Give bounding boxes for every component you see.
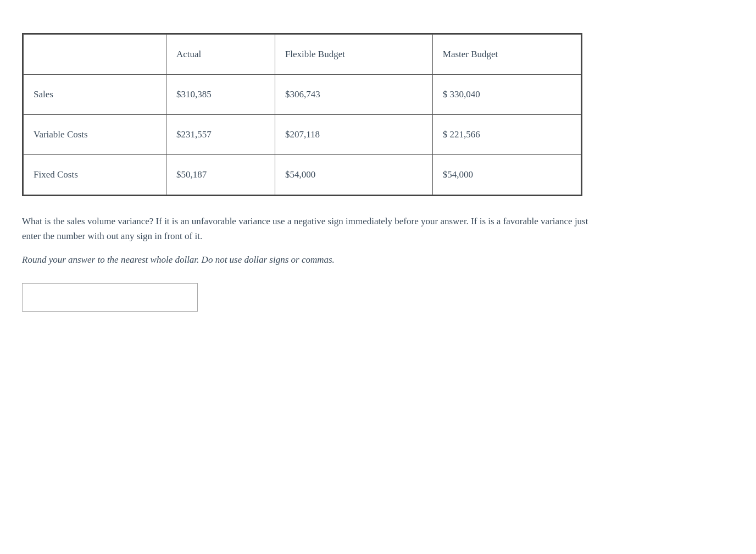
rounding-instruction: Round your answer to the nearest whole d… bbox=[22, 252, 593, 267]
table-row-fixed-costs: Fixed Costs $50,187 $54,000 $54,000 bbox=[24, 155, 581, 195]
fixed-costs-label: Fixed Costs bbox=[24, 155, 166, 195]
table-row-variable-costs: Variable Costs $231,557 $207,118 $ 221,5… bbox=[24, 115, 581, 155]
variable-costs-flexible: $207,118 bbox=[275, 115, 432, 155]
sales-flexible: $306,743 bbox=[275, 75, 432, 115]
answer-input[interactable] bbox=[22, 283, 198, 312]
sales-actual: $310,385 bbox=[166, 75, 275, 115]
fixed-costs-actual: $50,187 bbox=[166, 155, 275, 195]
header-label-col bbox=[24, 35, 166, 75]
question-text: What is the sales volume variance? If it… bbox=[22, 214, 593, 243]
fixed-costs-flexible: $54,000 bbox=[275, 155, 432, 195]
header-master: Master Budget bbox=[432, 35, 581, 75]
variable-costs-actual: $231,557 bbox=[166, 115, 275, 155]
sales-label: Sales bbox=[24, 75, 166, 115]
table-header-row: Actual Flexible Budget Master Budget bbox=[24, 35, 581, 75]
variable-costs-label: Variable Costs bbox=[24, 115, 166, 155]
variable-costs-master: $ 221,566 bbox=[432, 115, 581, 155]
budget-table: Actual Flexible Budget Master Budget Sal… bbox=[22, 33, 582, 196]
sales-master: $ 330,040 bbox=[432, 75, 581, 115]
table-row-sales: Sales $310,385 $306,743 $ 330,040 bbox=[24, 75, 581, 115]
header-actual: Actual bbox=[166, 35, 275, 75]
fixed-costs-master: $54,000 bbox=[432, 155, 581, 195]
header-flexible: Flexible Budget bbox=[275, 35, 432, 75]
